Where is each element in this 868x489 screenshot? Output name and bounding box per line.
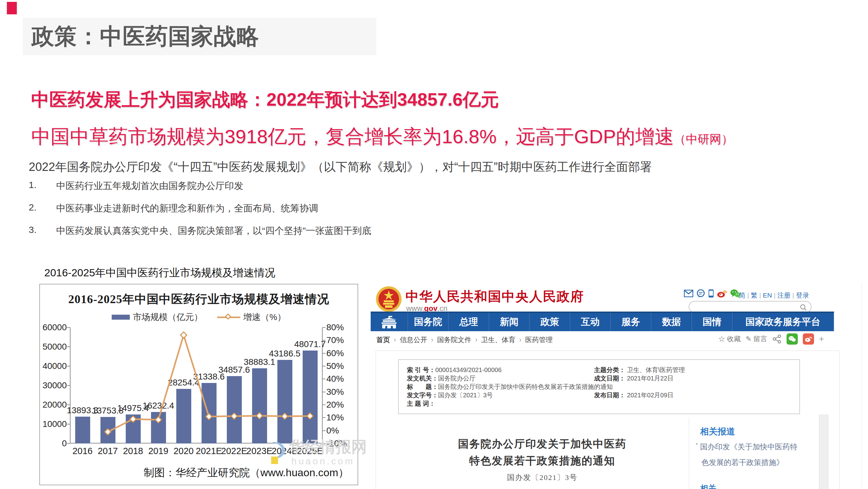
nav-item-5[interactable]: 互动 [570, 313, 611, 331]
headline-secondary: 中国中草药市场规模为3918亿元，复合增长率为16.8%，远高于GDP的增速（中… [31, 124, 733, 150]
legend-line-label: 增速（%） [243, 311, 286, 323]
growth-point-marker [130, 416, 136, 422]
breadcrumb-item-3[interactable]: 国务院文件 [437, 335, 471, 345]
breadcrumb-item-4[interactable]: 卫生、体育 [481, 335, 516, 345]
y-axis-tick-label-left: 50000 [32, 342, 67, 352]
growth-point-marker [105, 429, 111, 435]
growth-line [70, 327, 322, 444]
bullet-item: 中医药行业五年规划首次由国务院办公厅印发 [29, 180, 371, 192]
y-axis-tick-label-right: 60% [327, 348, 361, 358]
y-axis-tick-label-left: 40000 [32, 361, 67, 371]
breadcrumb-separator: › [475, 336, 477, 344]
legend-bar-swatch [112, 315, 130, 320]
document-title-line1: 国务院办公厅印发关于加快中医药 [396, 436, 689, 453]
slide-title-bar: 政策：中医药国家战略 [23, 18, 376, 55]
chart-legend: 市场规模（亿元） 增速（%） [40, 311, 358, 323]
nav-item-3[interactable]: 新闻 [489, 313, 530, 331]
chat-icon[interactable] [696, 289, 705, 297]
sidebar-cutoff-heading: 相关 [700, 483, 716, 489]
lang-link-1[interactable]: 简 [739, 292, 745, 299]
nav-item-7[interactable]: 数据 [651, 313, 692, 331]
gov-nav-bar: 国务院总理新闻政策互动服务数据国情国家政务服务平台 [371, 312, 834, 331]
meta-label: 发文机关： [407, 375, 438, 382]
document-number: 国办发〔2021〕3号 [396, 472, 689, 483]
mobile-icon[interactable] [708, 289, 714, 298]
slide: 政策：中医药国家战略 中医药发展上升为国家战略：2022年预计达到34857.6… [0, 0, 868, 489]
search-icon[interactable] [800, 304, 807, 311]
nav-item-9[interactable]: 国家政务服务平台 [733, 313, 834, 331]
share-weibo-icon[interactable] [803, 333, 814, 345]
y-axis-tick-label-right: 30% [327, 387, 361, 397]
lang-link-4[interactable]: 注册 [777, 292, 790, 299]
growth-point-marker [181, 332, 187, 338]
meta-label: 成文日期： [594, 375, 625, 382]
tick-mark [322, 379, 326, 379]
url-gov: gov [424, 304, 437, 313]
y-axis-tick-label-left: 60000 [32, 323, 67, 332]
nav-item-8[interactable]: 国情 [692, 313, 733, 331]
meta-label: 索 引 号： [407, 366, 435, 373]
meta-label: 标 题： [407, 383, 438, 390]
tick-mark [322, 404, 326, 405]
meta-row: 主 题 词： [407, 400, 791, 408]
url-cn: .cn [437, 304, 447, 313]
tick-mark [322, 430, 326, 431]
lang-separator: | [757, 292, 763, 299]
home-gate-icon[interactable] [371, 313, 408, 331]
lang-link-3[interactable]: EN [763, 292, 772, 299]
market-size-chart: 2016-2025年中国中医药行业市场规模及增速情况 市场规模（亿元） 增速（%… [39, 284, 358, 485]
tick-mark [322, 392, 326, 392]
tick-mark [67, 347, 70, 347]
nav-item-6[interactable]: 服务 [611, 313, 651, 331]
document-title-line2: 特色发展若干政策措施的通知 [396, 453, 689, 469]
breadcrumb: 首页›信息公开›国务院文件›卫生、体育›医药管理 [376, 335, 553, 345]
sidebar-scroll-strip [819, 415, 828, 489]
related-reports-heading: 相关报道 [700, 426, 735, 437]
related-report-link-line2[interactable]: 色发展的若干政策措施》 [702, 457, 784, 467]
lang-link-5[interactable]: 登录 [796, 292, 809, 299]
comment-button[interactable]: ✎ 留言 [746, 334, 767, 344]
body-paragraph: 2022年国务院办公厅印发《“十四五”中医药发展规划》（以下简称《规划》），对“… [29, 159, 652, 175]
page-actions: ☆ 收藏 ✎ 留言 + [718, 333, 824, 345]
headline-secondary-text: 中国中草药市场规模为3918亿元，复合增长率为16.8%，远高于GDP的增速 [31, 126, 674, 147]
breadcrumb-item-1[interactable]: 首页 [376, 335, 390, 345]
meta-value: 000014349/2021-00006 [435, 366, 501, 373]
y-axis-tick-label-right: 80% [327, 323, 361, 332]
related-report-link[interactable]: * 国办印发《关于加快中医药特 [696, 442, 798, 452]
tick-mark [67, 385, 70, 386]
tick-mark [67, 366, 70, 366]
meta-right-pair: 发布日期： 2021年02月09日 [594, 391, 674, 399]
bullet-item: 中医药事业走进新时代的新理念和新作为，全面布局、统筹协调 [29, 202, 371, 215]
breadcrumb-separator: › [519, 336, 521, 344]
more-share-button[interactable]: + [819, 334, 824, 344]
meta-label: 主题分类： [594, 366, 625, 373]
tick-mark [67, 327, 70, 328]
nav-item-1[interactable]: 国务院 [408, 313, 449, 331]
lang-link-2[interactable]: 繁 [751, 292, 757, 299]
favorite-button[interactable]: ☆ 收藏 [718, 334, 741, 344]
meta-right-pair: 成文日期： 2021年01月22日 [594, 374, 674, 382]
weibo-icon[interactable] [717, 289, 727, 298]
meta-value: 国务院办公厅印发关于加快中医药特色发展若干政策措施的通知 [438, 383, 613, 390]
mail-icon[interactable] [684, 290, 693, 297]
nav-item-4[interactable]: 政策 [530, 313, 570, 331]
tick-mark [322, 417, 326, 418]
breadcrumb-item-5[interactable]: 医药管理 [525, 335, 553, 345]
meta-right-pair: 主题分类： 卫生、体育\医药管理 [594, 366, 685, 374]
slide-corner-accent [7, 2, 17, 14]
gov-search-input[interactable] [689, 301, 811, 313]
meta-label: 发文字号： [407, 392, 438, 398]
chart-plot-area: 0100002000030000400005000060000-10%0%10%… [70, 327, 322, 444]
y-axis-tick-label-left: 30000 [32, 381, 67, 390]
share-wechat-icon[interactable] [786, 333, 798, 345]
breadcrumb-item-2[interactable]: 信息公开 [400, 335, 427, 345]
legend-bar-entry: 市场规模（亿元） [112, 311, 203, 323]
growth-point-marker [256, 413, 263, 419]
gov-language-links[interactable]: 简|繁|EN|注册|登录 [739, 291, 809, 300]
nav-item-2[interactable]: 总理 [449, 313, 489, 331]
gov-site-title[interactable]: 中华人民共和国中央人民政府 [406, 288, 584, 305]
tick-mark [67, 404, 70, 405]
share-icon[interactable] [772, 334, 782, 344]
breadcrumb-separator: › [431, 336, 433, 344]
tick-mark [322, 353, 326, 354]
